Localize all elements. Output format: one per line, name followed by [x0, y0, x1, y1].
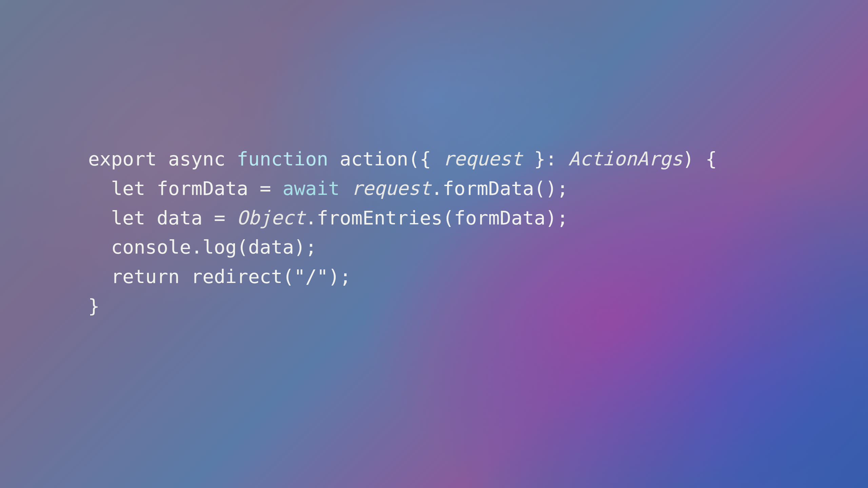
code-line: let data = Object.fromEntries(formData);: [88, 203, 717, 233]
code-token: export: [88, 148, 157, 170]
code-token: let: [111, 207, 145, 229]
code-token: data =: [145, 207, 237, 229]
code-token: .fromEntries(formData);: [305, 207, 568, 229]
code-token: "/": [294, 265, 328, 287]
code-token: [225, 148, 237, 170]
code-token: ({: [408, 148, 442, 170]
code-token: request: [442, 148, 522, 170]
code-token: [328, 148, 340, 170]
code-token: [157, 148, 168, 170]
code-token: }: [88, 295, 100, 317]
code-token: [340, 177, 351, 199]
code-token: return: [111, 265, 179, 287]
code-token: ActionArgs: [568, 148, 683, 170]
code-line: export async function action({ request }…: [88, 144, 717, 174]
code-token: redirect(: [180, 265, 294, 287]
code-token: formData =: [145, 177, 283, 199]
code-token: Object: [237, 207, 305, 229]
code-token: await: [282, 177, 340, 199]
code-token: }:: [522, 148, 568, 170]
code-token: console.log(data);: [111, 236, 317, 258]
code-token: );: [328, 265, 351, 287]
code-token: let: [111, 177, 145, 199]
code-line: console.log(data);: [88, 232, 717, 262]
code-token: ) {: [683, 148, 717, 170]
code-token: async: [168, 148, 225, 170]
code-token: action: [340, 148, 408, 170]
code-token: function: [237, 148, 328, 170]
code-line: }: [88, 291, 717, 321]
code-line: return redirect("/");: [88, 262, 717, 291]
code-block: export async function action({ request }…: [88, 144, 717, 321]
code-token: request: [351, 177, 431, 199]
code-line: let formData = await request.formData();: [88, 174, 717, 203]
code-token: .formData();: [431, 177, 568, 199]
